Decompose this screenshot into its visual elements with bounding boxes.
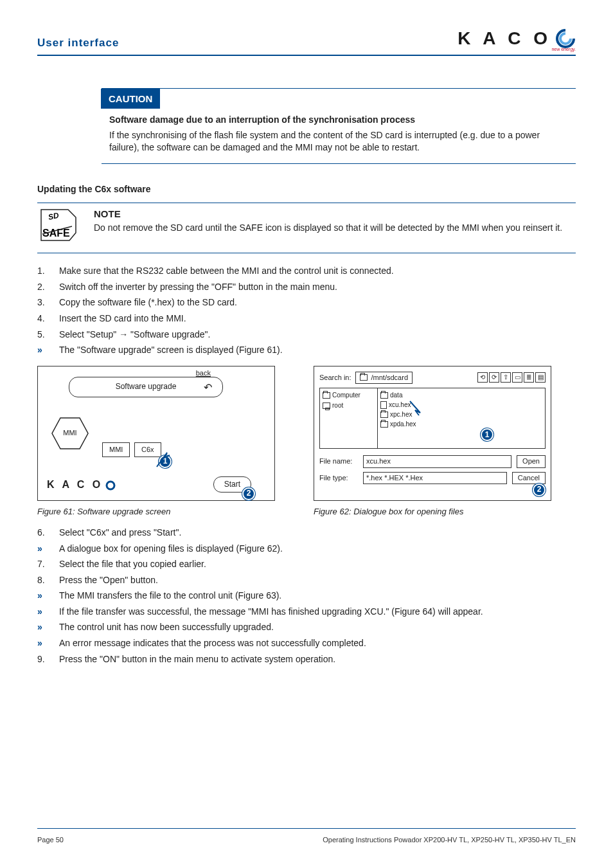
callout-2: 2 bbox=[533, 484, 546, 496]
step-chevron: » bbox=[37, 621, 49, 634]
section-title: User interface bbox=[37, 35, 119, 51]
sd-safe-icon: SD SAFE bbox=[37, 207, 82, 247]
folder-icon bbox=[360, 374, 368, 381]
logo-swirl-icon bbox=[555, 28, 576, 49]
pointer-arrow-icon bbox=[155, 449, 175, 468]
step-num: 4. bbox=[37, 312, 49, 325]
file-browser: Computer root data xcu.hex xpc.hex xpda.… bbox=[319, 388, 546, 449]
file-xcu[interactable]: xcu.hex bbox=[389, 401, 411, 410]
filename-input[interactable]: xcu.hex bbox=[363, 455, 511, 467]
filename-label: File name: bbox=[319, 457, 358, 466]
step-num: 9. bbox=[37, 653, 49, 666]
filetype-label: File type: bbox=[319, 473, 358, 483]
hexagon-mmi: MMI bbox=[51, 417, 89, 450]
tree-root[interactable]: root bbox=[332, 401, 343, 410]
step-text: Copy the software file (*.hex) to the SD… bbox=[59, 296, 237, 309]
back-label[interactable]: back bbox=[196, 368, 211, 378]
folder-icon bbox=[323, 392, 330, 399]
folder-icon bbox=[380, 421, 388, 428]
step-text: The control unit has now been successful… bbox=[59, 621, 274, 634]
tool-back-icon[interactable]: ⟲ bbox=[477, 372, 488, 383]
tool-fwd-icon[interactable]: ⟳ bbox=[489, 372, 499, 383]
figure-62-caption: Figure 62: Dialogue box for opening file… bbox=[314, 506, 551, 518]
note-title: NOTE bbox=[94, 207, 562, 221]
note-text: Do not remove the SD card until the SAFE… bbox=[94, 222, 562, 235]
mmi-button[interactable]: MMI bbox=[102, 442, 130, 457]
step-text: Select "Setup" → "Software upgrade". bbox=[59, 329, 210, 341]
figure-61: Software upgrade back ↶ MMI MMI C6x 1 St… bbox=[37, 366, 275, 501]
brand-swirl-icon bbox=[105, 480, 116, 491]
open-button[interactable]: Open bbox=[517, 455, 546, 467]
step-text: A dialogue box for opening files is disp… bbox=[59, 543, 283, 556]
step-num: 5. bbox=[37, 329, 49, 341]
page-footer: Page 50 Operating Instructions Powador X… bbox=[37, 828, 576, 845]
step-num: 2. bbox=[37, 281, 49, 294]
step-num: 1. bbox=[37, 265, 49, 278]
step-chevron: » bbox=[37, 590, 49, 602]
logo-text: K A C O bbox=[458, 26, 551, 51]
file-data[interactable]: data bbox=[390, 391, 402, 400]
folder-icon bbox=[380, 411, 388, 418]
brand-text: K A C O bbox=[47, 478, 103, 492]
step-text: Select the file that you copied earlier. bbox=[59, 558, 206, 571]
steps-list-2: 6.Select "C6x" and press "Start". »A dia… bbox=[37, 527, 576, 665]
steps-list-1: 1.Make sure that the RS232 cable between… bbox=[37, 265, 576, 357]
step-num: 8. bbox=[37, 574, 49, 587]
figure-61-caption: Figure 61: Software upgrade screen bbox=[37, 506, 275, 518]
file-icon bbox=[380, 401, 387, 409]
svg-point-4 bbox=[107, 482, 114, 489]
logo-subtext: new energy. bbox=[551, 46, 576, 53]
search-in-dropdown[interactable]: /mnt/sdcard bbox=[355, 372, 413, 384]
step-text: The "Software upgrade" screen is display… bbox=[59, 344, 283, 357]
tree-pane[interactable]: Computer root bbox=[320, 388, 378, 448]
update-heading: Updating the C6x software bbox=[37, 183, 576, 196]
step-text: Press the "ON" button in the main menu t… bbox=[59, 653, 335, 666]
files-pane[interactable]: data xcu.hex xpc.hex xpda.hex 1 bbox=[378, 388, 419, 448]
step-text: Make sure that the RS232 cable between t… bbox=[59, 265, 394, 278]
cancel-label: Cancel bbox=[518, 474, 540, 482]
step-chevron: » bbox=[37, 543, 49, 556]
step-text: The MMI transfers the file to the contro… bbox=[59, 590, 281, 602]
caution-text: If the synchronising of the flash file s… bbox=[109, 129, 568, 154]
monitor-icon bbox=[323, 402, 330, 409]
screen-title: Software upgrade bbox=[116, 381, 177, 392]
step-chevron: » bbox=[37, 637, 49, 650]
step-text: Switch off the inverter by pressing the … bbox=[59, 281, 337, 294]
file-xpda[interactable]: xpda.hex bbox=[390, 420, 416, 429]
step-num: 7. bbox=[37, 558, 49, 571]
callout-1: 1 bbox=[481, 428, 493, 441]
cancel-button[interactable]: Cancel bbox=[512, 472, 546, 484]
back-arrow-icon[interactable]: ↶ bbox=[204, 381, 212, 395]
search-in-label: Search in: bbox=[319, 373, 351, 383]
pointer-arrow-icon bbox=[409, 400, 428, 419]
svg-text:SD: SD bbox=[48, 210, 60, 221]
filetype-select[interactable]: *.hex *.HEX *.Hex bbox=[363, 472, 507, 484]
dialog-toolbar: ⟲ ⟳ ⇧ ▭ ≣ ▤ bbox=[477, 372, 546, 383]
page-number: Page 50 bbox=[37, 835, 64, 845]
figure-62: Search in: /mnt/sdcard ⟲ ⟳ ⇧ ▭ ≣ ▤ Compu… bbox=[314, 366, 551, 501]
tool-up-icon[interactable]: ⇧ bbox=[501, 372, 511, 383]
step-text: Select "C6x" and press "Start". bbox=[59, 527, 181, 539]
tree-computer[interactable]: Computer bbox=[332, 391, 360, 400]
step-num: 6. bbox=[37, 527, 49, 539]
step-text: Press the "Open" button. bbox=[59, 574, 158, 587]
step-chevron: » bbox=[37, 606, 49, 619]
hexagon-label: MMI bbox=[63, 428, 76, 438]
step-text: If the file transfer was successful, the… bbox=[59, 606, 483, 619]
step-text: Insert the SD card into the MMI. bbox=[59, 312, 186, 325]
caution-block: CAUTION Software damage due to an interr… bbox=[102, 88, 576, 164]
tool-newfolder-icon[interactable]: ▭ bbox=[512, 372, 522, 383]
step-chevron: » bbox=[37, 344, 49, 357]
doc-title: Operating Instructions Powador XP200-HV … bbox=[323, 835, 576, 845]
screen-title-bar: Software upgrade back ↶ bbox=[69, 377, 223, 397]
caution-bar: CAUTION bbox=[101, 89, 160, 109]
search-in-value: /mnt/sdcard bbox=[371, 373, 408, 383]
tool-list-icon[interactable]: ≣ bbox=[524, 372, 534, 383]
tool-detail-icon[interactable]: ▤ bbox=[535, 372, 546, 383]
folder-icon bbox=[380, 392, 388, 399]
note-block: SD SAFE NOTE Do not remove the SD card u… bbox=[37, 203, 576, 254]
step-num: 3. bbox=[37, 296, 49, 309]
callout-2: 2 bbox=[242, 487, 255, 500]
step-text: An error message indicates that the proc… bbox=[59, 637, 366, 650]
caution-title: Software damage due to an interruption o… bbox=[109, 114, 568, 127]
